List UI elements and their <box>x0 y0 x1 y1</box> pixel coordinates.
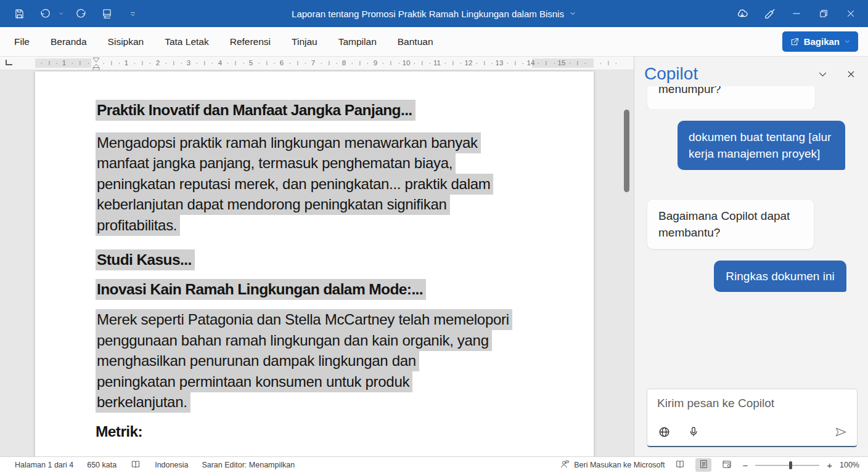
ruler-number: 14 <box>525 59 537 68</box>
document-title-text: Laporan tentang Promosi Praktik Ramah Li… <box>292 9 564 19</box>
share-chevron-down-icon <box>844 38 851 45</box>
ribbon-tabs: File Beranda Sisipkan Tata Letak Referen… <box>0 27 444 57</box>
copilot-panel: Copilot menumpur? dokumen buat tentang [… <box>634 57 868 456</box>
ruler-number: 5 <box>247 59 255 68</box>
zoom-slider-thumb[interactable] <box>789 461 792 469</box>
ruler-number: 4 <box>216 59 224 68</box>
editor-suggestions-status[interactable]: Saran Editor: Menampilkan <box>202 461 295 469</box>
minimize-icon[interactable] <box>783 0 810 27</box>
upload-cloud-icon[interactable] <box>729 0 756 27</box>
ruler-number: 8 <box>340 59 348 68</box>
tab-beranda[interactable]: Beranda <box>40 27 97 57</box>
tab-bantuan[interactable]: Bantuan <box>387 27 444 57</box>
qat-overflow-icon[interactable] <box>122 3 143 24</box>
copilot-suggestion-chip[interactable]: Ringkas dokumen ini <box>714 261 846 292</box>
ruler-number: 1 <box>60 59 68 68</box>
share-button-label: Bagikan <box>804 36 840 47</box>
undo-dropdown-icon[interactable] <box>57 3 65 24</box>
document-canvas: Praktik Inovatif dan Manfaat Jangka Panj… <box>0 70 634 456</box>
feedback-label: Beri Masukan ke Microsoft <box>574 461 665 469</box>
zoom-slider[interactable] <box>755 465 819 466</box>
language-status[interactable]: Indonesia <box>155 461 188 469</box>
copilot-header: Copilot <box>644 60 861 87</box>
print-layout-button[interactable] <box>695 458 711 472</box>
copilot-message-input[interactable] <box>657 397 842 410</box>
copilot-close-icon[interactable] <box>841 64 861 84</box>
doc-heading: Praktik Inovatif dan Manfaat Jangka Panj… <box>96 100 553 121</box>
tab-file[interactable]: File <box>4 27 40 57</box>
share-button[interactable]: Bagikan <box>782 31 858 52</box>
ruler-number: 12 <box>463 59 475 68</box>
indent-markers[interactable] <box>92 57 100 71</box>
ruler-number: 6 <box>278 59 285 68</box>
ruler-strip[interactable]: 1 1 2 3 4 5 6 7 8 9 10 11 12 13 14 15 <box>35 57 621 70</box>
doc-paragraph: Mengadopsi praktik ramah lingkungan mena… <box>96 132 553 236</box>
doc-heading: Metrik: <box>96 421 553 442</box>
zoom-out-button[interactable]: − <box>742 461 748 470</box>
read-mode-button[interactable] <box>672 458 688 472</box>
feedback-button[interactable]: Beri Masukan ke Microsoft <box>560 459 665 471</box>
word-window: Laporan tentang Promosi Praktik Ramah Li… <box>0 0 868 473</box>
horizontal-ruler: 1 1 2 3 4 5 6 7 8 9 10 11 12 13 14 15 <box>0 57 634 70</box>
web-layout-button[interactable] <box>719 458 735 472</box>
feedback-person-icon <box>560 459 570 471</box>
tab-tampilan[interactable]: Tampilan <box>328 27 387 57</box>
word-count[interactable]: 650 kata <box>87 461 117 469</box>
zoom-in-button[interactable]: + <box>827 461 832 470</box>
ruler-number: 11 <box>432 59 443 68</box>
doc-heading: Inovasi Kain Ramah Lingkungan dalam Mode… <box>96 279 553 300</box>
microphone-icon[interactable] <box>686 424 702 440</box>
ribbon-tab-bar: File Beranda Sisipkan Tata Letak Referen… <box>0 27 868 57</box>
redo-icon[interactable] <box>70 3 91 24</box>
ruler-number: 9 <box>372 59 379 68</box>
restore-window-icon[interactable] <box>810 0 837 27</box>
ruler-number: 1 <box>123 59 130 68</box>
document-content: Praktik Inovatif dan Manfaat Jangka Panj… <box>96 100 553 442</box>
status-bar: Halaman 1 dari 4 650 kata Indonesia Sara… <box>0 456 868 473</box>
ruler-number: 15 <box>556 59 568 68</box>
window-controls <box>729 0 868 27</box>
undo-icon[interactable] <box>35 3 55 24</box>
send-icon[interactable] <box>832 424 848 440</box>
share-icon <box>790 37 800 47</box>
ruler-number: 10 <box>401 59 412 68</box>
save-icon[interactable] <box>9 3 30 24</box>
copilot-composer <box>647 389 858 447</box>
page-count[interactable]: Halaman 1 dari 4 <box>15 461 73 469</box>
ruler-number: 2 <box>154 59 162 68</box>
ruler-number: 13 <box>494 59 506 68</box>
ruler-number: 3 <box>185 59 192 68</box>
document-title[interactable]: Laporan tentang Promosi Praktik Ramah Li… <box>292 0 576 27</box>
doc-heading: Studi Kasus... <box>96 249 553 270</box>
doc-paragraph: Merek seperti Patagonia dan Stella McCar… <box>96 309 553 413</box>
document-page[interactable]: Praktik Inovatif dan Manfaat Jangka Panj… <box>35 71 594 456</box>
copilot-title: Copilot <box>644 64 698 84</box>
tab-tata-letak[interactable]: Tata Letak <box>154 27 219 57</box>
ruler-number: 7 <box>309 59 317 68</box>
tab-referensi[interactable]: Referensi <box>219 27 281 57</box>
tab-tinjau[interactable]: Tinjau <box>281 27 328 57</box>
copilot-message-clipped: menumpur? <box>647 86 816 109</box>
print-preview-icon[interactable] <box>96 3 117 24</box>
title-chevron-down-icon <box>569 10 576 17</box>
copilot-bot-message: Bagaimana Copilot dapat membantu? <box>647 199 814 249</box>
proofing-book-icon[interactable] <box>130 459 141 472</box>
close-icon[interactable] <box>837 0 864 27</box>
quick-access-toolbar <box>0 3 143 24</box>
copilot-collapse-chevron-icon[interactable] <box>813 64 832 84</box>
globe-icon[interactable] <box>656 424 672 440</box>
tab-stop-selector[interactable] <box>6 60 12 65</box>
pen-mode-icon[interactable] <box>756 0 783 27</box>
tab-sisipkan[interactable]: Sisipkan <box>97 27 155 57</box>
copilot-user-message: dokumen buat tentang [alur kerja manajem… <box>678 121 845 170</box>
title-bar: Laporan tentang Promosi Praktik Ramah Li… <box>0 0 868 27</box>
vertical-scrollbar-thumb[interactable] <box>624 110 629 192</box>
zoom-level[interactable]: 100% <box>840 461 859 469</box>
